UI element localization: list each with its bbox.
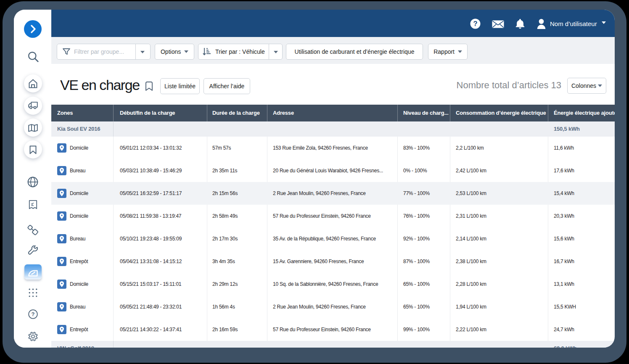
svg-text:?: ? bbox=[32, 311, 35, 317]
svg-text:?: ? bbox=[473, 20, 477, 27]
